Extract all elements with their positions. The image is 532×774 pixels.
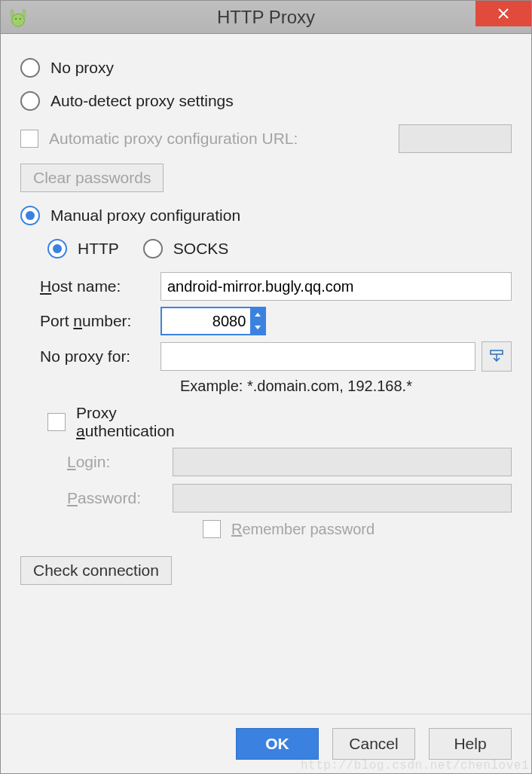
auto-config-label: Automatic proxy configuration URL: [49,130,390,148]
cancel-button[interactable]: Cancel [332,728,415,760]
no-proxy-example: Example: *.domain.com, 192.168.* [180,378,512,395]
socks-label: SOCKS [173,240,229,258]
svg-rect-1 [11,9,14,17]
radio-icon [20,58,40,78]
dialog-content: No proxy Auto-detect proxy settings Auto… [1,34,531,714]
svg-point-0 [12,14,25,26]
http-label: HTTP [78,240,119,258]
no-proxy-label: No proxy [50,59,114,77]
port-number-field[interactable] [162,308,250,334]
spinner-up[interactable] [250,308,264,321]
svg-rect-2 [23,9,26,17]
radio-icon [20,91,40,111]
svg-rect-7 [491,350,503,354]
expand-no-proxy-button[interactable] [482,341,512,372]
radio-icon [20,206,40,225]
radio-manual-proxy[interactable]: Manual proxy configuration [20,206,512,225]
radio-socks[interactable]: SOCKS [143,239,229,259]
no-proxy-for-input[interactable] [161,342,475,371]
svg-point-3 [15,17,17,19]
proxy-auth-checkbox[interactable] [47,413,66,431]
password-input [173,484,512,512]
login-input [173,448,512,476]
help-button[interactable]: Help [429,728,512,760]
auto-detect-label: Auto-detect proxy settings [50,92,234,110]
titlebar: HTTP Proxy [1,1,531,34]
radio-http[interactable]: HTTP [47,239,119,259]
close-button[interactable] [475,1,531,26]
radio-icon [47,239,67,259]
remember-password-label: Remember password [231,521,375,538]
android-studio-icon [7,6,29,29]
svg-point-4 [20,17,21,19]
radio-auto-detect[interactable]: Auto-detect proxy settings [20,91,512,111]
radio-no-proxy[interactable]: No proxy [20,58,512,78]
expand-icon [489,349,504,364]
auto-config-url-input [399,124,512,153]
radio-icon [143,239,163,259]
password-label: Password: [67,489,173,507]
host-name-label: Host name: [40,277,161,295]
port-number-label: Port number: [40,312,161,330]
remember-password-checkbox [203,520,221,538]
no-proxy-for-label: No proxy for: [40,347,161,366]
dialog-button-bar: OK Cancel Help [1,714,531,773]
host-name-input[interactable] [161,272,512,301]
port-number-input[interactable] [161,307,266,335]
close-icon [498,8,509,19]
spinner-arrows[interactable] [250,308,264,334]
auto-config-checkbox [20,130,38,148]
login-label: Login: [67,453,173,471]
ok-button[interactable]: OK [236,728,319,760]
check-connection-button[interactable]: Check connection [20,556,172,585]
manual-proxy-label: Manual proxy configuration [50,207,240,225]
proxy-auth-label: Proxy authentication [76,404,197,440]
window-title: HTTP Proxy [1,7,531,28]
spinner-down[interactable] [250,321,264,334]
clear-passwords-button: Clear passwords [20,164,164,192]
